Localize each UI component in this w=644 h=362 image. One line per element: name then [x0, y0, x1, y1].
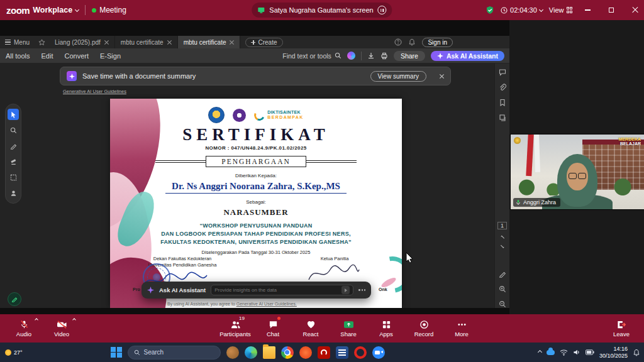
ai-summary-icon	[67, 71, 77, 81]
volume-icon[interactable]	[573, 349, 580, 356]
edit-pdf-fab[interactable]	[8, 292, 21, 306]
nav-edit[interactable]: Edit	[36, 52, 59, 60]
encryption-shield-icon[interactable]	[486, 6, 494, 14]
start-button[interactable]	[111, 347, 122, 358]
ask-ai-assistant-button[interactable]: Ask AI Assistant	[431, 51, 504, 61]
zoom-workplace-menu[interactable]: zoom Workplace	[0, 5, 79, 16]
taskbar-search[interactable]: Search	[128, 346, 221, 359]
close-tab-icon[interactable]	[104, 40, 109, 45]
zoom-in-icon[interactable]	[498, 285, 507, 293]
video-button[interactable]: Video	[43, 314, 80, 343]
more-options-icon[interactable]	[358, 289, 365, 290]
nav-esign[interactable]: E-Sign	[94, 52, 126, 60]
acrobat-icon[interactable]	[318, 346, 330, 359]
tab-meeting[interactable]: Meeting	[99, 6, 126, 14]
leave-button[interactable]: Leave	[602, 314, 640, 343]
document-summary-banner: Save time with a document summary View s…	[60, 67, 451, 85]
taskbar-clock[interactable]: 14:16 30/10/2025	[599, 346, 628, 359]
participants-button[interactable]: 19 Participants	[216, 314, 254, 343]
onedrive-icon[interactable]	[547, 350, 555, 355]
chat-button[interactable]: Chat	[254, 314, 292, 343]
pen-tool-icon[interactable]	[8, 140, 19, 151]
download-icon[interactable]	[367, 52, 375, 60]
help-icon[interactable]	[394, 38, 402, 46]
star-icon[interactable]	[38, 39, 45, 46]
tab-mbtu-certificate-2-active[interactable]: mbtu certificate	[178, 36, 241, 48]
shared-screen-area: Menu Liang (2025).pdf mbtu certificate m…	[0, 20, 644, 314]
edit-tool-icon[interactable]	[498, 270, 507, 278]
minimize-button[interactable]	[579, 0, 596, 20]
print-icon[interactable]	[380, 52, 388, 60]
more-dots-icon	[457, 320, 467, 329]
weather-widget[interactable]: 27°	[5, 343, 23, 362]
ai-assistant-icon[interactable]	[347, 52, 355, 60]
opera-icon[interactable]	[354, 346, 367, 359]
ai-disclaimer-guidelines-link[interactable]: Generative AI User Guidelines.	[236, 302, 297, 306]
windows-taskbar: 27° Search 14:16 30/1	[0, 343, 644, 362]
word-icon[interactable]	[336, 346, 348, 359]
highlighter-tool-icon[interactable]	[8, 156, 19, 167]
zoom-out-icon[interactable]	[498, 300, 507, 308]
share-document-button[interactable]: Share	[394, 51, 425, 61]
zoom-top-bar: zoom Workplace Meeting Satya Nugraha Gau…	[0, 0, 644, 20]
diktisaintek-swoosh-icon	[253, 108, 267, 122]
audio-button[interactable]: Audio	[5, 314, 43, 343]
next-page-icon[interactable]	[501, 244, 504, 248]
select-tool-icon[interactable]	[8, 109, 19, 120]
brave-icon[interactable]	[299, 346, 312, 359]
chrome-icon[interactable]	[281, 346, 294, 359]
screen-share-pill[interactable]: Satya Nugraha Gautama's screen	[252, 3, 392, 18]
ai-prompt-input[interactable]	[214, 287, 339, 293]
record-button[interactable]: Record	[405, 314, 443, 343]
nav-all-tools[interactable]: All tools	[0, 52, 36, 60]
close-button[interactable]	[626, 0, 644, 20]
tray-overflow-chevron-icon[interactable]	[538, 350, 542, 354]
edge-icon[interactable]	[245, 346, 257, 359]
wifi-icon[interactable]	[560, 349, 568, 356]
zoom-tool-icon[interactable]	[8, 124, 19, 136]
file-explorer-icon[interactable]	[263, 346, 275, 359]
send-prompt-icon[interactable]	[341, 286, 350, 294]
snapshot-tool-icon[interactable]	[8, 172, 19, 183]
attachments-panel-icon[interactable]	[498, 84, 507, 91]
page-number-box[interactable]: 1	[497, 222, 507, 229]
tab-mbtu-certificate-1[interactable]: mbtu certificate	[115, 36, 178, 48]
tab-liang-2025-pdf[interactable]: Liang (2025).pdf	[49, 36, 115, 48]
react-button[interactable]: React	[292, 314, 330, 343]
bookmarks-panel-icon[interactable]	[498, 99, 507, 106]
ai-prompt-field[interactable]	[211, 285, 353, 295]
maximize-button[interactable]	[602, 0, 620, 20]
acrobat-toolbar: All tools Edit Convert E-Sign Find text …	[0, 48, 509, 63]
app-icon-camel[interactable]	[226, 346, 239, 359]
view-summary-button[interactable]: View summary	[370, 71, 426, 82]
close-tab-icon[interactable]	[167, 40, 172, 45]
nav-convert[interactable]: Convert	[59, 52, 95, 60]
notifications-bell-icon[interactable]	[408, 38, 416, 46]
create-button[interactable]: Create	[245, 38, 282, 47]
view-button[interactable]: View	[549, 6, 572, 14]
right-signature-name-fragment: Onk	[379, 287, 387, 292]
audio-options-chevron-icon[interactable]	[35, 318, 38, 322]
generative-ai-guidelines-link[interactable]: Generative AI User Guidelines	[63, 89, 126, 94]
meeting-timer[interactable]: 02:04:30	[501, 6, 543, 14]
close-banner-icon[interactable]	[440, 74, 444, 79]
comments-panel-icon[interactable]	[498, 69, 507, 76]
notifications-bell-icon[interactable]	[633, 349, 640, 356]
layers-panel-icon[interactable]	[498, 114, 507, 121]
participant-video-tile[interactable]: MERDEKA BELAJAR Anggri Zahra	[511, 134, 644, 209]
battery-icon[interactable]	[586, 349, 594, 355]
sign-in-button[interactable]: Sign in	[422, 38, 453, 47]
stamp-tool-icon[interactable]	[8, 187, 19, 199]
previous-page-icon[interactable]	[501, 236, 504, 239]
more-button[interactable]: More	[443, 314, 480, 343]
acrobat-menu-button[interactable]: Menu	[0, 36, 35, 48]
video-options-chevron-icon[interactable]	[72, 318, 76, 322]
share-screen-button[interactable]: Share	[330, 314, 367, 343]
close-tab-icon[interactable]	[230, 40, 234, 45]
pause-share-icon[interactable]	[378, 6, 387, 14]
university-logo	[233, 109, 246, 122]
zoom-app-icon[interactable]	[372, 346, 385, 359]
apps-grid-icon	[382, 320, 391, 329]
find-text-button[interactable]: Find text or tools	[282, 52, 341, 60]
apps-button[interactable]: Apps	[367, 314, 405, 343]
